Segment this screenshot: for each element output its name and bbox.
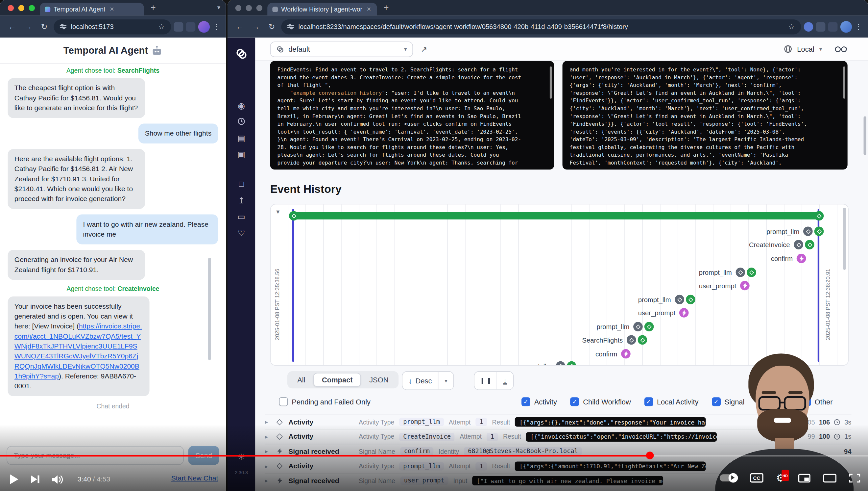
profile-avatar[interactable] (840, 21, 852, 32)
address-bar[interactable]: localhost:5173 ☆ (54, 19, 171, 34)
tab-close-icon[interactable]: × (367, 5, 371, 13)
code-scrollbar[interactable] (550, 66, 552, 99)
code-scrollbar[interactable] (843, 66, 845, 99)
extension-icon[interactable] (804, 22, 813, 32)
tab-search-chevron-icon[interactable]: ▾ (217, 4, 220, 11)
workflows-eye-icon[interactable]: ◉ (227, 101, 255, 111)
workflow-execution-bar[interactable] (293, 212, 819, 220)
forward-button[interactable]: → (249, 20, 262, 33)
tab-workflow-history[interactable]: Workflow History | agent-wor × (267, 3, 377, 16)
chat-scrollbar[interactable] (208, 258, 211, 360)
filter-local-activity[interactable]: ✓Local Activity (644, 397, 699, 406)
url-text[interactable]: localhost:8233/namespaces/default/workfl… (298, 23, 783, 31)
timeline-event-row[interactable]: user_prompt (638, 308, 689, 318)
workflow-input-json[interactable]: FindEvents: Find an event to travel to 2… (270, 61, 554, 170)
tab-favicon (45, 6, 50, 12)
feedback-frame-icon[interactable]: ▭ (227, 211, 255, 222)
forward-button[interactable]: → (22, 20, 35, 33)
chevron-down-icon: ▾ (819, 46, 822, 52)
user-message: I want to go with air new zealand. Pleas… (76, 214, 218, 244)
labs-glasses-icon[interactable] (835, 46, 847, 53)
download-button[interactable]: ↓ (497, 372, 513, 389)
workflow-start-marker[interactable] (289, 211, 299, 221)
labs-heart-icon[interactable]: ♡ (227, 228, 255, 238)
invoice-link[interactable]: https://invoice.stripe.com/i/acct_1NBOLu… (14, 322, 142, 380)
progress-bar[interactable] (0, 455, 868, 457)
extensions-puzzle-icon[interactable] (186, 22, 196, 32)
timeline-event-row[interactable]: prompt_llm (596, 322, 654, 331)
address-bar[interactable]: localhost:8233/namespaces/default/workfl… (281, 19, 801, 34)
filter-timer[interactable]: ✓Timer (758, 397, 789, 406)
captions-button[interactable]: CC (750, 473, 763, 483)
filter-child-workflow[interactable]: ✓Child Workflow (570, 397, 631, 406)
workflow-result-json[interactable]: and month you're interested in for the e… (563, 61, 848, 170)
workflow-end-marker[interactable] (814, 211, 824, 221)
view-tab-compact[interactable]: Compact (314, 373, 361, 387)
profile-avatar[interactable] (198, 21, 210, 32)
pending-failed-filter[interactable]: Pending and Failed Only (279, 397, 371, 406)
reload-button[interactable]: ↻ (37, 20, 51, 33)
timeline-event-row[interactable]: prompt_llm (638, 295, 695, 305)
timeline-event-row[interactable]: user_prompt (699, 281, 750, 291)
batch-layers-icon[interactable]: ▤ (227, 134, 255, 143)
extension-icon[interactable] (816, 22, 826, 32)
volume-button[interactable] (52, 474, 65, 484)
next-button[interactable] (31, 475, 39, 484)
bookmark-star-icon[interactable]: ☆ (788, 22, 795, 31)
timeline-event-row[interactable]: confirm (595, 349, 631, 359)
progress-scrubber[interactable] (646, 452, 654, 459)
timeline-scrollbar[interactable] (843, 208, 846, 270)
back-button[interactable]: ← (6, 20, 19, 33)
timeline-event-row[interactable]: CreateInvoice (749, 240, 814, 250)
temporal-app: ◉ ▤ ▣ □ ↥ ▭ ♡ ☀ 2.30.3 default ▾ (227, 37, 868, 491)
chevron-down-icon[interactable]: ▾ (439, 372, 454, 389)
reload-button[interactable]: ↻ (265, 20, 278, 33)
browser-menu-icon[interactable]: ⋮ (213, 22, 221, 31)
sort-desc-button[interactable]: ↓Desc ▾ (402, 371, 454, 390)
checkbox-unchecked[interactable] (279, 397, 288, 406)
timeline-event-row[interactable]: prompt_llm (519, 362, 577, 366)
timeline-event-row[interactable]: confirm (771, 254, 806, 263)
open-external-icon[interactable]: ↗ (421, 45, 427, 54)
settings-button[interactable]: ⚙HD (776, 472, 785, 483)
timeline-event-row[interactable]: prompt_llm (766, 227, 824, 236)
back-button[interactable]: ← (233, 20, 246, 33)
filter-activity[interactable]: ✓Activity (522, 397, 557, 406)
url-text[interactable]: localhost:5173 (71, 23, 154, 31)
page-scrollbar[interactable] (864, 116, 866, 155)
browser-menu-icon[interactable]: ⋮ (855, 22, 863, 31)
view-tab-all[interactable]: All (289, 373, 314, 387)
chat-ended-label: Chat ended (8, 403, 218, 409)
new-tab-button[interactable]: + (151, 2, 156, 13)
pause-button[interactable] (474, 372, 496, 389)
autoplay-toggle[interactable] (720, 474, 738, 482)
import-upload-icon[interactable]: ↥ (227, 196, 255, 205)
timeline-collapse-chevron-icon[interactable]: ▾ (276, 208, 279, 215)
play-button[interactable] (10, 474, 18, 484)
codec-cube-icon[interactable]: □ (227, 179, 255, 189)
timeline-event-row[interactable]: prompt_llm (699, 267, 756, 277)
extensions-puzzle-icon[interactable] (828, 22, 838, 32)
namespace-select[interactable]: default ▾ (270, 41, 413, 57)
view-tab-json[interactable]: JSON (361, 373, 397, 387)
temporal-logo[interactable] (227, 48, 255, 61)
new-tab-button[interactable]: + (384, 2, 389, 13)
site-settings-icon[interactable] (287, 23, 294, 30)
theater-button[interactable] (823, 473, 836, 483)
filter-signal[interactable]: ✓Signal (712, 397, 745, 406)
schedules-clock-icon[interactable] (227, 117, 255, 127)
traffic-lights[interactable] (236, 5, 263, 11)
fullscreen-button[interactable] (849, 473, 861, 483)
traffic-lights[interactable] (8, 5, 35, 11)
timezone-select[interactable]: Local (797, 45, 814, 53)
site-settings-icon[interactable] (60, 23, 66, 30)
filter-other[interactable]: ✓Other (802, 397, 833, 406)
tab-close-icon[interactable]: × (110, 5, 114, 13)
timeline-event-row[interactable]: SearchFlights (582, 335, 647, 345)
tab-chat[interactable]: Temporal AI Agent × (40, 3, 144, 16)
extension-icon[interactable] (174, 22, 183, 32)
namespace-value: default (288, 45, 310, 53)
archive-icon[interactable]: ▣ (227, 150, 255, 160)
miniplayer-button[interactable] (798, 473, 810, 483)
bookmark-star-icon[interactable]: ☆ (158, 22, 165, 31)
